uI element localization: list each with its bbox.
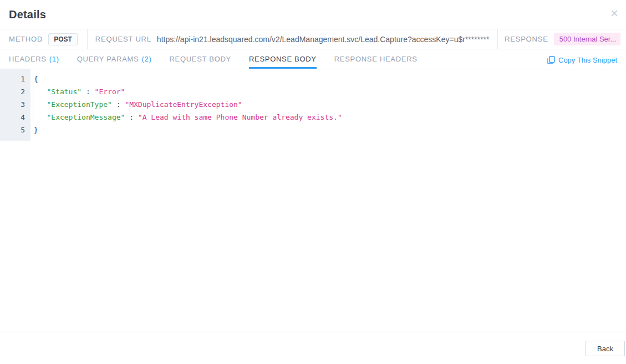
line-number: 4 [0,111,30,124]
line-number: 2 [0,85,30,98]
line-number: 1 [0,73,30,85]
tab-label: RESPONSE BODY [249,55,317,63]
request-url-value: https://api-in21.leadsquared.com/v2/Lead… [157,35,490,44]
tab-count: (2) [141,55,151,63]
response-status-badge: 500 Internal Ser... [554,33,620,45]
back-button[interactable]: Back [586,341,625,356]
copy-snippet-label: Copy This Snippet [558,56,617,64]
tab-label: QUERY PARAMS [77,55,139,63]
modal-header: Details × [0,0,626,29]
close-icon[interactable]: × [610,7,618,20]
tab-response-headers[interactable]: RESPONSE HEADERS [334,49,418,69]
request-url-section: REQUEST URL https://api-in21.leadsquared… [88,29,497,49]
modal-footer: Back [0,331,626,364]
code-line: { [34,73,626,85]
tab-count: (1) [49,55,59,63]
tab-query-params[interactable]: QUERY PARAMS (2) [77,49,152,69]
code-line: "ExceptionType" : "MXDuplicateEntryExcep… [34,98,626,111]
response-label: RESPONSE [505,35,548,43]
method-badge: POST [48,33,78,45]
code-line: } [34,124,626,136]
method-label: METHOD [9,35,43,43]
tabs-bar: HEADERS (1) QUERY PARAMS (2) REQUEST BOD… [0,49,626,69]
page-title: Details [9,8,46,21]
tab-label: HEADERS [9,55,47,63]
response-section: RESPONSE 500 Internal Ser... [497,29,626,49]
line-number: 5 [0,124,30,136]
line-number: 3 [0,98,30,111]
tab-label: REQUEST BODY [169,55,231,63]
response-body-viewer: 12345 { "Status" : "Error" "ExceptionTyp… [0,69,626,141]
tab-headers[interactable]: HEADERS (1) [9,49,59,69]
code-line: "Status" : "Error" [34,85,626,98]
tab-response-body[interactable]: RESPONSE BODY [249,49,317,69]
tab-request-body[interactable]: REQUEST BODY [169,49,231,69]
details-modal: Details × METHOD POST REQUEST URL https:… [0,0,626,364]
indent-guide [33,85,33,124]
code-gutter: 12345 [0,69,30,141]
request-summary-bar: METHOD POST REQUEST URL https://api-in21… [0,29,626,49]
copy-icon [547,56,555,64]
copy-snippet-button[interactable]: Copy This Snippet [547,49,617,69]
code-lines: { "Status" : "Error" "ExceptionType" : "… [30,69,626,141]
tab-label: RESPONSE HEADERS [334,55,418,63]
method-section: METHOD POST [0,29,88,49]
request-url-label: REQUEST URL [95,35,151,43]
code-line: "ExceptionMessage" : "A Lead with same P… [34,111,626,124]
